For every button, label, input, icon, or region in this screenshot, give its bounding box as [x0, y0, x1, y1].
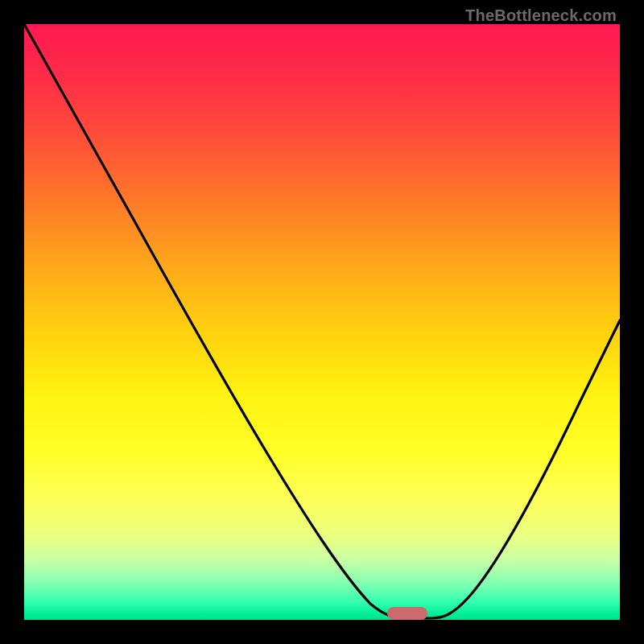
curve-layer [24, 24, 620, 620]
chart-frame: TheBottleneck.com [0, 0, 644, 644]
plot-area [24, 24, 620, 620]
optimal-marker [387, 607, 427, 620]
bottleneck-curve [24, 24, 620, 618]
watermark-text: TheBottleneck.com [465, 6, 617, 25]
